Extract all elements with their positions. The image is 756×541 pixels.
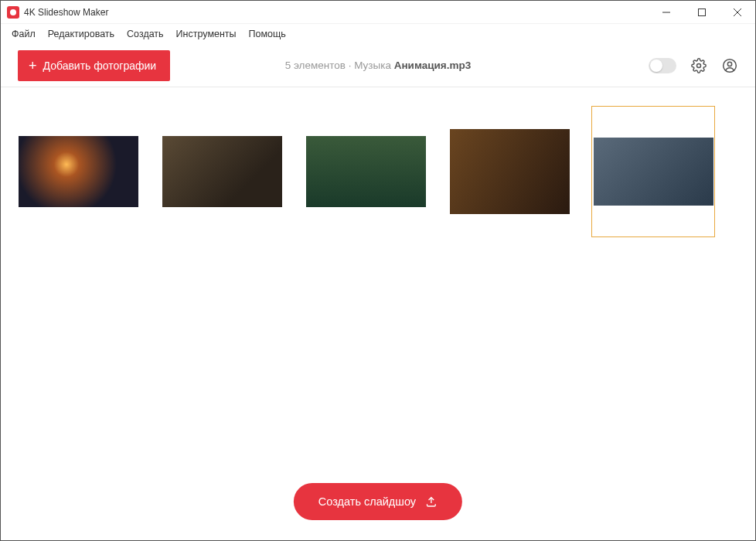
menu-tools[interactable]: Инструменты	[176, 29, 237, 39]
upload-icon	[425, 495, 438, 508]
app-icon	[7, 6, 19, 19]
create-slideshow-button[interactable]: Создать слайдшоу	[294, 483, 462, 520]
thumbnail-image	[306, 136, 426, 207]
thumbnail-item[interactable]	[16, 106, 140, 237]
thumbnail-image	[162, 136, 282, 207]
maximize-button[interactable]	[684, 1, 720, 24]
menu-create[interactable]: Создать	[127, 29, 164, 39]
preview-toggle[interactable]	[649, 58, 676, 73]
menu-edit[interactable]: Редактировать	[48, 29, 114, 39]
thumbnail-row	[16, 106, 740, 237]
menubar: Файл Редактировать Создать Инструменты П…	[1, 24, 755, 44]
user-icon	[722, 58, 737, 73]
thumbnail-image	[594, 138, 713, 206]
minimize-button[interactable]	[649, 1, 684, 24]
settings-button[interactable]	[690, 57, 707, 74]
menu-file[interactable]: Файл	[12, 29, 36, 39]
toolbar: + Добавить фотографии 5 элементов · Музы…	[1, 44, 755, 87]
titlebar: 4K Slideshow Maker	[1, 1, 755, 24]
window-controls	[649, 1, 755, 24]
account-button[interactable]	[721, 57, 738, 74]
thumbnail-image	[450, 129, 570, 214]
app-title: 4K Slideshow Maker	[24, 7, 108, 18]
thumbnail-item-selected[interactable]	[591, 106, 715, 237]
svg-point-4	[697, 63, 701, 67]
thumbnail-image	[19, 136, 138, 207]
status-track: Анимация.mp3	[394, 60, 472, 71]
content-area: Создать слайдшоу	[1, 87, 755, 540]
create-slideshow-label: Создать слайдшоу	[318, 495, 416, 508]
close-button[interactable]	[720, 1, 755, 24]
svg-point-6	[727, 62, 731, 66]
status-text: 5 элементов · Музыка Анимация.mp3	[285, 60, 471, 71]
menu-help[interactable]: Помощь	[249, 29, 286, 39]
app-window: 4K Slideshow Maker Файл Редактировать Со…	[0, 0, 756, 541]
thumbnail-item[interactable]	[448, 106, 571, 237]
toolbar-right	[649, 57, 738, 74]
thumbnail-item[interactable]	[160, 106, 284, 237]
thumbnail-item[interactable]	[304, 106, 427, 237]
add-photos-button[interactable]: + Добавить фотографии	[18, 50, 170, 81]
svg-rect-1	[699, 9, 706, 15]
status-prefix: 5 элементов · Музыка	[285, 60, 394, 71]
add-photos-label: Добавить фотографии	[43, 60, 157, 72]
plus-icon: +	[29, 59, 37, 73]
gear-icon	[691, 58, 707, 73]
